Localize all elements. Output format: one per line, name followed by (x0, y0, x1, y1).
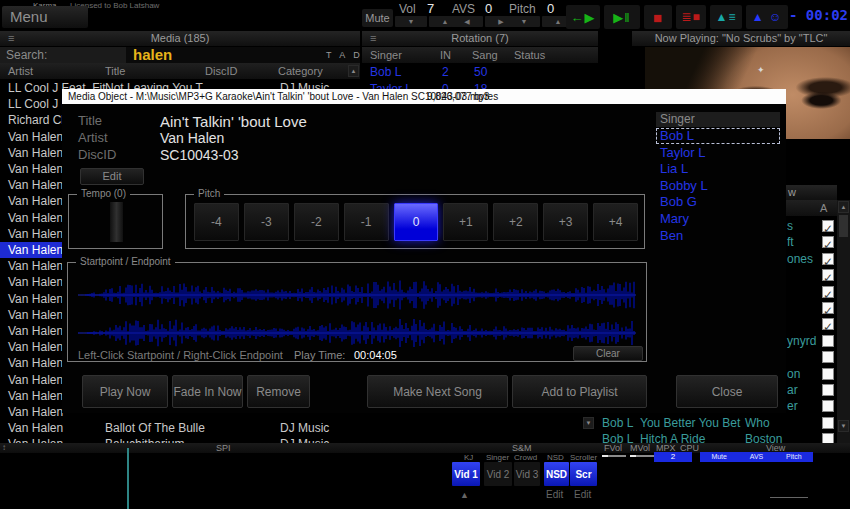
sm-column-kj: KJ (464, 453, 473, 462)
view-toggle-bar[interactable]: MuteAVSPitch (700, 452, 813, 462)
sm-column-nsd: NSD (547, 453, 564, 462)
remove-button[interactable]: Remove (247, 375, 310, 408)
search-input[interactable]: halen (133, 45, 172, 64)
make-next-song-button[interactable]: Make Next Song (367, 375, 508, 408)
request-checkbox[interactable] (822, 335, 834, 347)
singer-list-item[interactable]: Ben (656, 228, 780, 244)
scroll-down-button[interactable]: ▼ (838, 420, 849, 432)
pitch-button-0[interactable]: 0 (394, 203, 439, 241)
column-header-discid[interactable]: DiscID (205, 63, 237, 79)
tempo-group: Tempo (0) (68, 194, 163, 249)
column-header-category[interactable]: Category (278, 63, 323, 79)
play-now-button[interactable]: Play Now (82, 375, 168, 408)
singer-list-item[interactable]: Bob L (656, 128, 780, 144)
request-checkbox[interactable]: ✓ (822, 302, 834, 314)
screen-button-nsd[interactable]: NSD (544, 462, 569, 486)
scroll-up-button[interactable]: ▲ (838, 201, 849, 213)
transport-play-pause-icon[interactable]: ▶‖ (604, 5, 640, 29)
scroll-down-button[interactable]: ▼ (583, 417, 594, 429)
screen-button-vid-2[interactable]: Vid 2 (484, 462, 512, 486)
vol-down-button[interactable]: ▼ (395, 16, 427, 27)
pitch-down-button[interactable]: ▼ (508, 16, 540, 27)
pitch-button-+4[interactable]: +4 (593, 203, 638, 241)
edit-button[interactable]: Edit (80, 168, 144, 185)
media-column-headers: Artist Title DiscID Category (0, 63, 360, 79)
avs-left-button[interactable]: ◀ (451, 16, 483, 27)
transport-stop-all-icon[interactable]: ≣■ (676, 5, 706, 29)
media-row-artist: Van Halen (8, 420, 63, 436)
singer-list-item[interactable]: Lia L (656, 161, 780, 177)
waveform-right-channel[interactable] (78, 315, 636, 351)
request-checkbox[interactable] (822, 368, 834, 380)
dialog-title-bar[interactable]: Media Object - M:\Music\MP3+G Karaoke\Ai… (62, 89, 786, 104)
mute-button[interactable]: Mute (362, 9, 393, 27)
singer-list-item[interactable]: Mary (656, 211, 780, 227)
pitch-button-+1[interactable]: +1 (443, 203, 488, 241)
media-row[interactable]: Van HalenBallot Of The BulleDJ Music (0, 420, 360, 436)
nsd-edit-button[interactable]: Edit (546, 489, 563, 500)
hamburger-icon[interactable]: ≡ (8, 31, 14, 46)
scroller-edit-button[interactable]: Edit (574, 489, 591, 500)
pitch-button--3[interactable]: -3 (244, 203, 289, 241)
singer-list-item[interactable]: Taylor L (656, 145, 780, 161)
screen-button-vid-3[interactable]: Vid 3 (514, 462, 540, 486)
request-checkbox[interactable]: ✓ (822, 236, 834, 248)
tempo-group-label: Tempo (0) (77, 188, 130, 200)
pitch-button--2[interactable]: -2 (294, 203, 339, 241)
rotation-row[interactable]: Bob L250 (362, 64, 598, 80)
request-checkbox[interactable] (822, 400, 834, 412)
singer-list-item[interactable]: Bob G (656, 194, 780, 210)
hamburger-icon[interactable]: ≡ (370, 31, 376, 46)
column-header-artist[interactable]: Artist (8, 63, 33, 79)
media-row[interactable]: Van HalenBaluchitheriumDJ Music (0, 436, 360, 443)
search-filter-toggles[interactable]: T A D (326, 50, 363, 60)
screen-button-vid-1[interactable]: Vid 1 (452, 462, 480, 486)
transport-extras-icon[interactable]: ▲ ☺ (746, 5, 788, 29)
close-button[interactable]: Close (676, 375, 778, 408)
transport-restart-play-icon[interactable]: ←▶ (566, 5, 600, 29)
transport-stop-icon[interactable]: ■ (644, 5, 672, 29)
request-checkbox[interactable]: ✓ (822, 286, 834, 298)
view-slider[interactable] (770, 497, 808, 498)
bottom-control-bar: ↕ SPI S&M FVol MVol MPX CPU View KJ Sing… (0, 443, 850, 509)
request-checkbox[interactable]: ✓ (822, 269, 834, 281)
menu-button[interactable]: Menu (2, 6, 88, 28)
request-checkbox[interactable]: ✓ (822, 253, 834, 265)
column-header-status[interactable]: Status (514, 47, 545, 63)
add-to-playlist-button[interactable]: Add to Playlist (512, 375, 647, 408)
column-header-in[interactable]: IN (440, 47, 451, 63)
request-checkbox[interactable] (822, 384, 834, 396)
media-row-artist: Van Halen (8, 323, 63, 339)
request-checkbox[interactable] (822, 417, 834, 429)
request-checkbox[interactable]: ✓ (822, 318, 834, 330)
pitch-button--1[interactable]: -1 (344, 203, 389, 241)
media-row-artist: Van Halen (8, 226, 63, 242)
fade-in-now-button[interactable]: Fade In Now (172, 375, 243, 408)
up-arrow-icon[interactable]: ▲ (460, 490, 469, 500)
view-toggle-mute[interactable]: Mute (711, 452, 727, 462)
transport-queue-icon[interactable]: ▲≡ (710, 5, 742, 29)
mvol-slider[interactable] (630, 455, 654, 457)
scroll-up-button[interactable]: ▲ (348, 65, 359, 77)
scrollbar-thumb[interactable] (839, 215, 848, 237)
view-toggle-pitch[interactable]: Pitch (786, 452, 802, 462)
request-checkbox[interactable] (822, 351, 834, 363)
screen-button-scr[interactable]: Scr (570, 462, 597, 486)
request-artist: Who (745, 415, 770, 431)
resize-vertical-icon[interactable]: ↕ (2, 443, 6, 453)
pitch-button--4[interactable]: -4 (194, 203, 239, 241)
request-checkbox[interactable]: ✓ (822, 220, 834, 232)
fvol-slider[interactable] (602, 455, 626, 457)
mpx-indicator[interactable]: 2 (654, 452, 692, 462)
request-row[interactable]: Bob LYou Better You BetWho (600, 415, 837, 431)
pitch-button-+3[interactable]: +3 (543, 203, 588, 241)
waveform-left-channel[interactable] (78, 277, 636, 313)
tempo-slider[interactable] (110, 202, 123, 242)
view-toggle-avs[interactable]: AVS (750, 452, 764, 462)
pitch-button-+2[interactable]: +2 (493, 203, 538, 241)
singer-list-item[interactable]: Bobby L (656, 178, 780, 194)
column-header-title[interactable]: Title (105, 63, 125, 79)
clear-button[interactable]: Clear (573, 346, 643, 361)
column-header-singer[interactable]: Singer (370, 47, 402, 63)
column-header-sang[interactable]: Sang (472, 47, 498, 63)
